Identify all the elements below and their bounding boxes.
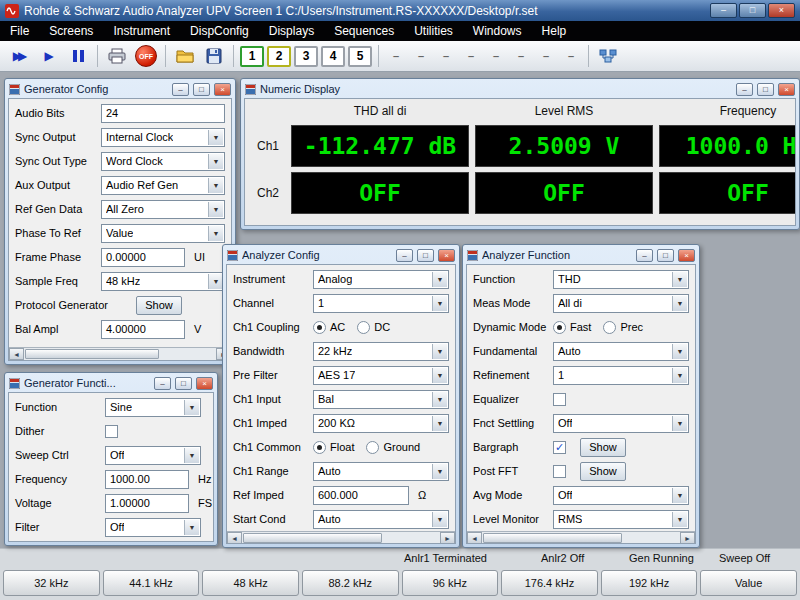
scroll-left-arrow[interactable]: ◄	[9, 348, 24, 360]
setup-4-button[interactable]: 4	[321, 46, 345, 67]
close-button[interactable]: ×	[196, 377, 213, 390]
setup-3-button[interactable]: 3	[294, 46, 318, 67]
sync-out-type-select[interactable]: Word Clock▼	[101, 152, 225, 171]
refinement-select[interactable]: 1▼	[553, 366, 689, 385]
bandwidth-select[interactable]: 22 kHz▼	[313, 342, 449, 361]
pre-filter-select[interactable]: AES 17▼	[313, 366, 449, 385]
output-off-button[interactable]: OFF	[133, 44, 159, 68]
generator-config-titlebar[interactable]: Generator Config – □ ×	[8, 80, 232, 98]
fnct-settling-select[interactable]: Off▼	[553, 414, 689, 433]
stop-continue-button[interactable]	[65, 44, 91, 68]
ch1-imped-select[interactable]: 200 KΩ▼	[313, 414, 449, 433]
analyzer-function-titlebar[interactable]: Analyzer Function – □ ×	[466, 246, 696, 264]
function-select[interactable]: Sine▼	[105, 398, 201, 417]
menu-item-file[interactable]: File	[0, 21, 39, 41]
close-button[interactable]: ×	[778, 83, 795, 96]
scroll-right-arrow[interactable]: ►	[680, 532, 695, 544]
window-arrange-button[interactable]	[595, 44, 621, 68]
phase-to-ref-select[interactable]: Value▼	[101, 224, 225, 243]
ch1-input-select[interactable]: Bal▼	[313, 390, 449, 409]
scroll-left-arrow[interactable]: ◄	[467, 532, 482, 544]
open-setup-button[interactable]	[172, 44, 198, 68]
horizontal-scrollbar[interactable]: ◄ ►	[9, 347, 231, 360]
ref-gen-data-select[interactable]: All Zero▼	[101, 200, 225, 219]
menu-item-help[interactable]: Help	[532, 21, 577, 41]
softkey-192khz[interactable]: 192 kHz	[601, 570, 698, 596]
instrument-select[interactable]: Analog▼	[313, 270, 449, 289]
ref-imped-input[interactable]: 600.000	[313, 486, 409, 505]
level-monitor-select[interactable]: RMS▼	[553, 510, 689, 529]
menu-item-screens[interactable]: Screens	[39, 21, 103, 41]
start-single-button[interactable]: ▶	[36, 44, 62, 68]
softkey-32khz[interactable]: 32 kHz	[3, 570, 100, 596]
menu-item-utilities[interactable]: Utilities	[404, 21, 463, 41]
start-continuous-button[interactable]: ▶▶	[7, 44, 33, 68]
protocol-generator-show-button[interactable]: Show	[136, 296, 182, 315]
maximize-button[interactable]: □	[193, 83, 210, 96]
maximize-button[interactable]: □	[417, 249, 434, 262]
save-setup-button[interactable]	[201, 44, 227, 68]
horizontal-scrollbar[interactable]: ◄ ►	[467, 531, 695, 544]
scroll-left-arrow[interactable]: ◄	[227, 532, 242, 544]
ch1-range-select[interactable]: Auto▼	[313, 462, 449, 481]
function-select[interactable]: THD▼	[553, 270, 689, 289]
menu-item-instrument[interactable]: Instrument	[103, 21, 180, 41]
menu-item-dispconfig[interactable]: DispConfig	[180, 21, 259, 41]
horizontal-scrollbar[interactable]: ◄ ►	[227, 531, 455, 544]
maximize-button[interactable]: □	[757, 83, 774, 96]
minimize-button[interactable]: –	[154, 377, 171, 390]
scroll-thumb[interactable]	[243, 533, 382, 543]
menu-item-windows[interactable]: Windows	[463, 21, 532, 41]
sample-freq-select[interactable]: 48 kHz▼	[101, 272, 225, 291]
radio-dc[interactable]	[357, 321, 370, 334]
softkey-88-2khz[interactable]: 88.2 kHz	[302, 570, 399, 596]
setup-2-button[interactable]: 2	[267, 46, 291, 67]
avg-mode-select[interactable]: Off▼	[553, 486, 689, 505]
post-fft-checkbox[interactable]	[553, 465, 566, 478]
scroll-track[interactable]	[482, 532, 680, 544]
channel-select[interactable]: 1▼	[313, 294, 449, 313]
softkey-value[interactable]: Value	[700, 570, 797, 596]
filter-select[interactable]: Off▼	[105, 518, 201, 537]
generator-function-titlebar[interactable]: Generator Functi... – □ ×	[8, 374, 214, 392]
maximize-button[interactable]: □	[739, 3, 766, 18]
print-button[interactable]	[104, 44, 130, 68]
scroll-track[interactable]	[24, 348, 216, 360]
maximize-button[interactable]: □	[657, 249, 674, 262]
sweep-ctrl-select[interactable]: Off▼	[105, 446, 201, 465]
softkey-96khz[interactable]: 96 kHz	[402, 570, 499, 596]
meas-mode-select[interactable]: All di▼	[553, 294, 689, 313]
numeric-display-titlebar[interactable]: Numeric Display – □ ×	[244, 80, 796, 98]
close-button[interactable]: ×	[768, 3, 795, 18]
minimize-button[interactable]: –	[736, 83, 753, 96]
close-button[interactable]: ×	[214, 83, 231, 96]
scroll-thumb[interactable]	[25, 349, 159, 359]
start-cond-select[interactable]: Auto▼	[313, 510, 449, 529]
setup-5-button[interactable]: 5	[348, 46, 372, 67]
setup-1-button[interactable]: 1	[240, 46, 264, 67]
maximize-button[interactable]: □	[175, 377, 192, 390]
bargraph-show-button[interactable]: Show	[580, 438, 626, 457]
fundamental-select[interactable]: Auto▼	[553, 342, 689, 361]
sync-output-select[interactable]: Internal Clock▼	[101, 128, 225, 147]
aux-output-select[interactable]: Audio Ref Gen▼	[101, 176, 225, 195]
voltage-input[interactable]: 1.00000	[105, 494, 189, 513]
post-fft-show-button[interactable]: Show	[580, 462, 626, 481]
minimize-button[interactable]: –	[636, 249, 653, 262]
softkey-48khz[interactable]: 48 kHz	[202, 570, 299, 596]
radio-prec[interactable]	[603, 321, 616, 334]
audio-bits-input[interactable]: 24	[101, 104, 225, 123]
minimize-button[interactable]: –	[172, 83, 189, 96]
close-button[interactable]: ×	[678, 249, 695, 262]
radio-ac[interactable]	[313, 321, 326, 334]
radio-fast[interactable]	[553, 321, 566, 334]
scroll-track[interactable]	[242, 532, 440, 544]
frame-phase-input[interactable]: 0.00000	[101, 248, 185, 267]
scroll-right-arrow[interactable]: ►	[440, 532, 455, 544]
dither-checkbox[interactable]	[105, 425, 118, 438]
bal-ampl-input[interactable]: 4.00000	[101, 320, 185, 339]
bargraph-checkbox[interactable]: ✓	[553, 441, 566, 454]
analyzer-config-titlebar[interactable]: Analyzer Config – □ ×	[226, 246, 456, 264]
close-button[interactable]: ×	[438, 249, 455, 262]
radio-ground[interactable]	[366, 441, 379, 454]
